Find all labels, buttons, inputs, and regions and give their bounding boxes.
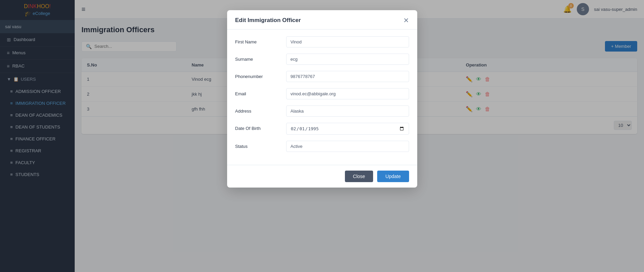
modal-title: Edit Immigration Officer — [235, 17, 301, 24]
status-input[interactable] — [286, 141, 409, 152]
surname-input[interactable] — [286, 54, 409, 65]
field-email: Email — [235, 88, 409, 99]
field-phone: Phonenumber — [235, 71, 409, 82]
close-button[interactable]: Close — [345, 171, 373, 182]
field-surname: Surname — [235, 54, 409, 65]
first-name-label: First Name — [235, 36, 279, 44]
modal-footer: Close Update — [227, 165, 417, 188]
field-first-name: First Name — [235, 36, 409, 47]
surname-label: Surname — [235, 54, 279, 62]
modal-body: First Name Surname Phonenumber Email Add… — [227, 30, 417, 165]
modal-close-button[interactable]: ✕ — [403, 17, 409, 24]
dob-input[interactable] — [286, 123, 409, 135]
first-name-input[interactable] — [286, 36, 409, 47]
modal-header: Edit Immigration Officer ✕ — [227, 10, 417, 30]
update-button[interactable]: Update — [377, 171, 409, 182]
edit-modal: Edit Immigration Officer ✕ First Name Su… — [227, 10, 417, 188]
phone-input[interactable] — [286, 71, 409, 82]
address-label: Address — [235, 105, 279, 114]
email-input[interactable] — [286, 88, 409, 99]
email-label: Email — [235, 88, 279, 96]
status-label: Status — [235, 141, 279, 149]
field-address: Address — [235, 105, 409, 117]
modal-overlay: Edit Immigration Officer ✕ First Name Su… — [0, 0, 644, 272]
field-dob: Date Of Birth — [235, 123, 409, 135]
address-input[interactable] — [286, 105, 409, 117]
dob-label: Date Of Birth — [235, 123, 279, 131]
field-status: Status — [235, 141, 409, 152]
phone-label: Phonenumber — [235, 71, 279, 79]
